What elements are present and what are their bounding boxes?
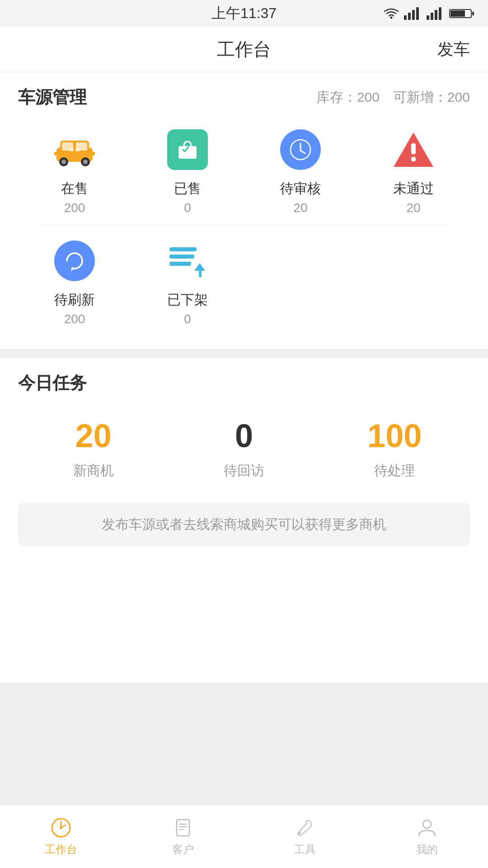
svg-rect-2 [408, 13, 411, 20]
svg-rect-33 [169, 255, 194, 259]
svg-rect-10 [450, 10, 465, 17]
nav-item-workbench[interactable]: 工作台 [0, 817, 122, 857]
new-opportunity-label: 新商机 [73, 462, 114, 480]
svg-rect-30 [411, 157, 416, 161]
on-sale-label: 在售 [61, 179, 88, 198]
bottom-nav: 工作台 客户 工具 我的 [0, 805, 488, 868]
on-sale-count: 200 [64, 201, 85, 215]
delisted-label: 已下架 [167, 291, 208, 309]
warning-icon-container [391, 127, 436, 172]
pending-process-label: 待处理 [374, 462, 415, 480]
not-passed-count: 20 [406, 201, 420, 215]
clock-icon-container [278, 127, 323, 172]
task-section-header: 今日任务 [18, 372, 470, 395]
page-title: 工作台 [217, 37, 271, 62]
app-header: 工作台 发车 [0, 27, 488, 72]
nav-label-tools: 工具 [294, 842, 316, 857]
signal-icon-2 [427, 7, 445, 20]
car-grid-row2: 待刷新 200 已下架 0 [18, 225, 470, 335]
inventory-label: 库存：200 [316, 88, 380, 107]
pending-review-count: 20 [293, 201, 307, 215]
person-icon [416, 817, 438, 839]
svg-rect-4 [416, 7, 419, 20]
dashboard-icon [50, 817, 72, 839]
signal-icon [404, 7, 422, 20]
svg-rect-20 [54, 152, 60, 156]
task-item-pending-return-visit[interactable]: 0 待回访 [169, 417, 319, 480]
svg-rect-36 [199, 271, 202, 277]
nav-item-customer[interactable]: 客户 [122, 817, 244, 857]
nav-label-mine: 我的 [416, 842, 438, 857]
svg-line-27 [300, 151, 305, 153]
refresh-icon [54, 241, 95, 281]
svg-rect-1 [404, 15, 407, 20]
new-opportunity-count: 20 [75, 417, 112, 454]
car-management-section: 车源管理 库存：200 可新增：200 [0, 72, 488, 349]
bottom-spacer [0, 683, 488, 805]
car-item-sold[interactable]: 已售 0 [131, 127, 244, 215]
delisted-count: 0 [184, 312, 191, 326]
task-grid: 20 新商机 0 待回访 100 待处理 [18, 399, 470, 494]
wifi-icon [383, 7, 399, 20]
bag-svg [176, 138, 199, 161]
svg-rect-21 [89, 152, 95, 156]
inventory-meta: 库存：200 可新增：200 [316, 88, 470, 107]
car-item-pending-refresh[interactable]: 待刷新 200 [18, 238, 131, 326]
refresh-icon-container [52, 238, 97, 283]
nav-label-customer: 客户 [172, 842, 194, 857]
svg-point-43 [423, 820, 431, 828]
svg-rect-39 [177, 820, 189, 836]
nav-item-mine[interactable]: 我的 [366, 817, 488, 857]
car-item-on-sale[interactable]: 在售 200 [18, 127, 131, 215]
pending-refresh-count: 200 [64, 312, 85, 326]
bag-icon [167, 129, 208, 170]
task-item-pending-process[interactable]: 100 待处理 [319, 417, 470, 480]
clock-icon [280, 129, 321, 170]
not-passed-label: 未通过 [393, 179, 434, 198]
svg-rect-3 [412, 10, 415, 20]
gray-separator [0, 349, 488, 358]
car-item-pending-review[interactable]: 待审核 20 [244, 127, 357, 215]
pending-return-count: 0 [235, 417, 253, 454]
svg-rect-34 [169, 262, 191, 266]
car-item-not-passed[interactable]: 未通过 20 [357, 127, 470, 215]
dispatch-button[interactable]: 发车 [437, 38, 470, 61]
task-tip[interactable]: 发布车源或者去线索商城购买可以获得更多商机 [18, 503, 470, 547]
pending-process-count: 100 [367, 417, 422, 454]
svg-point-17 [61, 160, 66, 164]
pending-refresh-label: 待刷新 [54, 291, 95, 309]
warning-icon [392, 131, 435, 169]
status-time: 上午11:37 [211, 4, 277, 24]
sold-count: 0 [184, 201, 191, 215]
svg-rect-29 [411, 143, 416, 154]
refresh-svg [62, 249, 87, 273]
book-icon [172, 817, 194, 839]
pending-review-label: 待审核 [280, 179, 321, 198]
listdown-icon [167, 243, 208, 279]
battery-icon [449, 7, 474, 20]
new-add-label: 可新增：200 [393, 88, 470, 107]
today-task-title: 今日任务 [18, 372, 87, 395]
status-icons [383, 7, 474, 20]
car-grid-row1: 在售 200 已售 0 [18, 113, 470, 224]
task-item-new-opportunity[interactable]: 20 新商机 [18, 417, 169, 480]
pending-return-label: 待回访 [224, 462, 264, 480]
car-icon-container [52, 127, 97, 172]
car-item-delisted[interactable]: 已下架 0 [131, 238, 244, 326]
new-add-value: 200 [447, 90, 470, 104]
svg-rect-8 [439, 7, 441, 20]
svg-point-19 [83, 160, 88, 164]
svg-rect-6 [431, 13, 433, 20]
today-task-section: 今日任务 20 新商机 0 待回访 100 待处理 发布车源或者去线索商城购买可… [0, 358, 488, 683]
nav-label-workbench: 工作台 [45, 842, 77, 857]
status-bar: 上午11:37 [0, 0, 488, 27]
svg-rect-23 [75, 149, 80, 151]
svg-rect-11 [472, 12, 474, 15]
svg-rect-32 [169, 247, 197, 251]
clock-svg [289, 138, 312, 161]
car-management-title: 车源管理 [18, 86, 87, 109]
nav-item-tools[interactable]: 工具 [244, 817, 366, 857]
listdown-icon-container [165, 238, 210, 283]
svg-rect-7 [435, 10, 437, 20]
sold-label: 已售 [174, 179, 201, 198]
